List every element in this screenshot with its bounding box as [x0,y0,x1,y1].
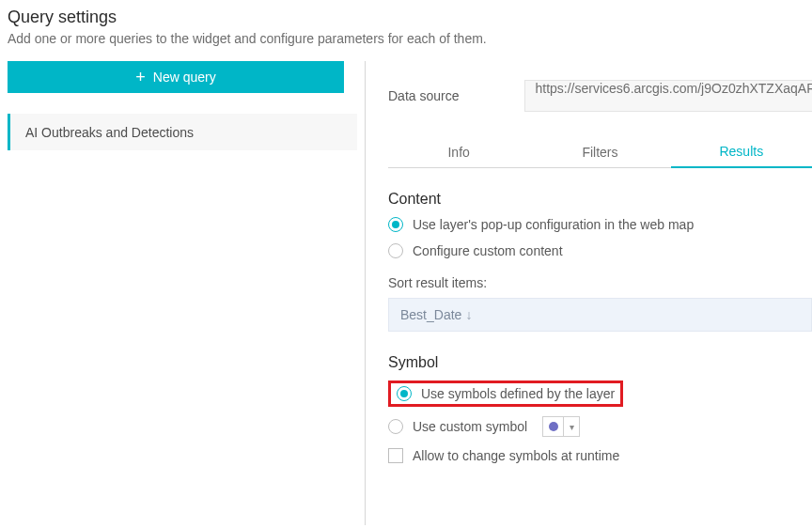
tab-results[interactable]: Results [671,136,812,168]
query-item-label: AI Outbreaks and Detections [25,125,194,140]
query-detail-panel: Data source https://services6.arcgis.com… [365,61,812,525]
tab-info[interactable]: Info [388,136,529,167]
highlight-annotation: Use symbols defined by the layer [388,380,623,407]
radio-label: Use symbols defined by the layer [421,386,615,401]
data-source-input[interactable]: https://services6.arcgis.com/j9Oz0zhXTZX… [524,80,812,112]
query-list-panel: + New query AI Outbreaks and Detections [0,61,365,525]
symbol-swatch [543,417,564,436]
tabs: Info Filters Results [388,136,812,168]
page-subtitle: Add one or more queries to the widget an… [8,31,804,46]
new-query-button[interactable]: + New query [8,61,344,93]
radio-use-layer-symbols[interactable]: Use symbols defined by the layer [397,386,615,401]
query-item[interactable]: AI Outbreaks and Detections [8,114,357,150]
checkbox-runtime-symbols[interactable]: Allow to change symbols at runtime [388,448,812,463]
sort-field-value: Best_Date [400,307,461,322]
radio-label: Configure custom content [413,243,563,258]
sort-label: Sort result items: [388,275,812,290]
checkbox-icon [388,448,403,463]
symbol-section-title: Symbol [388,354,812,371]
plus-icon: + [135,69,146,85]
content-section-title: Content [388,191,812,208]
radio-icon [397,386,412,401]
chevron-down-icon: ▾ [564,422,579,432]
circle-icon [549,422,558,431]
data-source-label: Data source [388,88,459,103]
radio-label: Use layer's pop-up configuration in the … [413,217,694,232]
sort-field-selector[interactable]: Best_Date ↓ [388,298,812,332]
symbol-picker[interactable]: ▾ [542,416,580,437]
radio-custom-symbol[interactable]: Use custom symbol ▾ [388,416,812,437]
radio-custom-content[interactable]: Configure custom content [388,243,812,258]
radio-use-popup[interactable]: Use layer's pop-up configuration in the … [388,217,812,232]
tab-filters[interactable]: Filters [529,136,670,167]
radio-icon [388,217,403,232]
radio-icon [388,243,403,258]
radio-label: Use custom symbol [413,419,527,434]
checkbox-label: Allow to change symbols at runtime [413,448,619,463]
radio-icon [388,419,403,434]
new-query-label: New query [153,70,216,85]
sort-direction-down-icon: ↓ [465,307,472,322]
page-title: Query settings [8,8,804,27]
